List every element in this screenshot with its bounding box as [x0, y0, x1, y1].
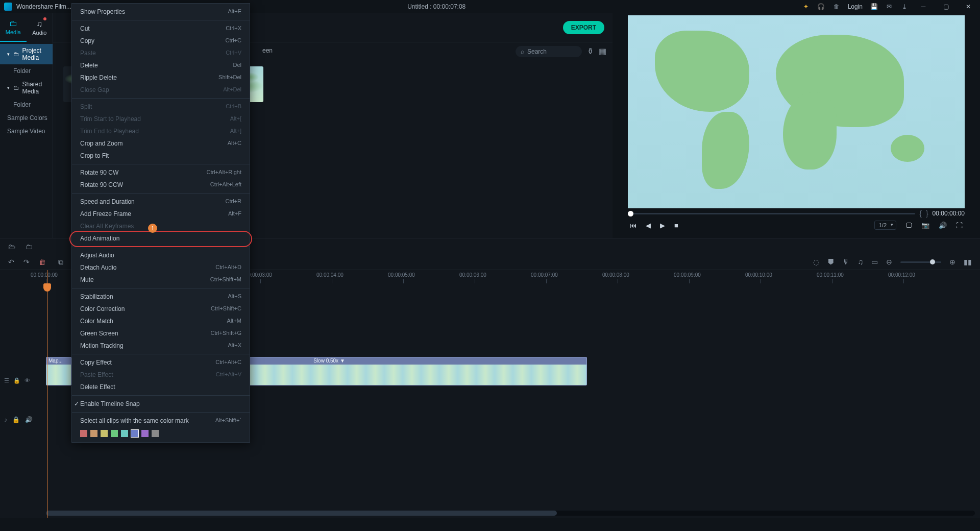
music-icon: ♫ [36, 19, 42, 29]
tree-sample-colors[interactable]: Sample Colors [0, 111, 53, 125]
scrub-handle[interactable] [628, 211, 633, 216]
menu-item[interactable]: Rotate 90 CCWCtrl+Alt+Left [72, 179, 250, 191]
menu-item[interactable]: CutCtrl+X [72, 22, 250, 35]
menu-item[interactable]: Add Animation [72, 232, 250, 245]
zoom-out-icon[interactable]: ⊖ [886, 258, 892, 266]
mail-icon[interactable]: ✉ [885, 3, 893, 11]
lock-icon[interactable]: 🔒 [12, 416, 20, 423]
menu-item[interactable]: Show PropertiesAlt+E [72, 6, 250, 18]
voiceover-icon[interactable]: 🎙 [843, 258, 850, 266]
tree-sample-video[interactable]: Sample Video [0, 125, 53, 138]
menu-item: PasteCtrl+V [72, 47, 250, 59]
tab-media[interactable]: 🗀 Media [0, 13, 27, 42]
menu-item[interactable]: Rotate 90 CWCtrl+Alt+Right [72, 166, 250, 179]
menu-item[interactable]: Color CorrectionCtrl+Shift+C [72, 303, 250, 315]
menu-item[interactable]: Crop and ZoomAlt+C [72, 137, 250, 150]
menu-color-mark-label: Select all clips with the same color mar… [72, 415, 250, 427]
zoom-handle[interactable] [930, 259, 935, 264]
split-icon[interactable]: ⧉ [58, 258, 63, 267]
tree-folder-1[interactable]: Folder [0, 64, 53, 78]
clip-1[interactable]: Map... [46, 357, 71, 385]
mute-icon[interactable]: 🔊 [25, 416, 33, 423]
close-button[interactable]: ✕ [961, 1, 976, 12]
filter-icon[interactable]: ⚱ [587, 46, 594, 56]
step-back-icon[interactable]: ⏮ [630, 222, 636, 229]
color-swatch[interactable] [131, 430, 138, 437]
menu-item[interactable]: Ripple DeleteShift+Del [72, 71, 250, 84]
undo-icon[interactable]: ↶ [8, 258, 14, 266]
zoom-fit-icon[interactable]: ▮▮ [964, 258, 972, 266]
menu-item[interactable]: Adjust Audio [72, 249, 250, 261]
menu-item[interactable]: DeleteDel [72, 59, 250, 71]
brace-open-icon[interactable]: { [919, 209, 922, 218]
picture-icon[interactable]: ▭ [871, 258, 878, 266]
redo-icon[interactable]: ↷ [23, 258, 30, 266]
play-back-icon[interactable]: ◀ [646, 222, 651, 229]
menu-item[interactable]: MuteCtrl+Shift+M [72, 274, 250, 286]
menu-item[interactable]: StabilizationAlt+S [72, 291, 250, 303]
playhead[interactable] [47, 270, 47, 518]
menu-item[interactable]: Color MatchAlt+M [72, 315, 250, 327]
support-icon[interactable]: 🎧 [817, 3, 825, 11]
display-icon[interactable]: 🖵 [905, 222, 912, 229]
visibility-icon[interactable]: 👁 [24, 377, 30, 383]
marker-icon[interactable]: ⛊ [827, 258, 835, 266]
menu-item[interactable]: Speed and DurationCtrl+R [72, 196, 250, 208]
preview-scrubber: { } 00:00:00:00 [628, 208, 965, 219]
menu-item[interactable]: Detach AudioCtrl+Alt+D [72, 261, 250, 274]
menu-item[interactable]: Add Freeze FrameAlt+F [72, 208, 250, 220]
tree-shared-media[interactable]: ▾🗀Shared Media [0, 78, 53, 98]
scrollbar-thumb[interactable] [46, 511, 557, 516]
menu-item[interactable]: Crop to Fit [72, 150, 250, 162]
color-swatch[interactable] [101, 430, 108, 437]
brace-close-icon[interactable]: } [926, 209, 928, 218]
tab-audio[interactable]: ♫ Audio [27, 13, 53, 42]
tree-project-media[interactable]: ▾🗀Project Media [0, 44, 53, 64]
fullscreen-icon[interactable]: ⛶ [956, 222, 963, 229]
color-swatch[interactable] [152, 430, 159, 437]
zoom-slider[interactable] [900, 261, 941, 263]
preview-canvas[interactable] [628, 15, 965, 208]
delete-icon[interactable]: 🗑 [832, 3, 841, 11]
lock-icon[interactable]: 🔒 [13, 377, 20, 384]
menu-item[interactable]: Motion TrackingAlt+X [72, 340, 250, 352]
color-swatch[interactable] [121, 430, 128, 437]
color-swatch[interactable] [141, 430, 149, 437]
audio-mixer-icon[interactable]: ♫ [858, 258, 864, 266]
delete-clip-icon[interactable]: 🗑 [39, 258, 46, 266]
menu-item[interactable]: Green ScreenCtrl+Shift+G [72, 327, 250, 340]
volume-icon[interactable]: 🔊 [939, 222, 947, 229]
menu-item[interactable]: Copy EffectCtrl+Alt+C [72, 356, 250, 369]
tree-folder-2[interactable]: Folder [0, 98, 53, 111]
open-folder-icon[interactable]: 🗁 [8, 243, 15, 251]
music-note-icon[interactable]: ♪ [4, 416, 7, 423]
play-icon[interactable]: ▶ [660, 222, 665, 229]
export-button[interactable]: EXPORT [563, 21, 604, 34]
scrub-track[interactable] [628, 213, 915, 214]
zoom-ratio-select[interactable]: 1/2 [874, 221, 896, 230]
snapshot-icon[interactable]: 📷 [921, 222, 929, 229]
tips-icon[interactable]: ✦ [802, 3, 810, 11]
audio-track-head: ♪ 🔒 🔊 [0, 413, 45, 426]
color-swatch[interactable] [80, 430, 87, 437]
partial-text: een [262, 47, 273, 54]
color-swatch[interactable] [111, 430, 118, 437]
menu-item[interactable]: CopyCtrl+C [72, 35, 250, 47]
login-link[interactable]: Login [848, 3, 863, 10]
download-icon[interactable]: ⤓ [900, 3, 909, 11]
minimize-button[interactable]: ─ [916, 1, 931, 12]
zoom-in-icon[interactable]: ⊕ [949, 258, 955, 266]
track-menu-icon[interactable]: ☰ [4, 377, 9, 384]
color-swatch[interactable] [90, 430, 97, 437]
app-title: Wondershare Film... [16, 3, 71, 10]
menu-item[interactable]: Delete Effect [72, 381, 250, 393]
grid-view-icon[interactable]: ▦ [599, 46, 606, 56]
render-icon[interactable]: ◌ [813, 258, 819, 266]
menu-item[interactable]: ✓Enable Timeline Snap [72, 398, 250, 410]
stop-icon[interactable]: ■ [674, 222, 678, 229]
save-icon[interactable]: 💾 [870, 3, 878, 11]
maximize-button[interactable]: ▢ [938, 1, 953, 12]
search-input[interactable]: ⌕ Search [516, 46, 582, 57]
new-folder-icon[interactable]: 🗀 [26, 243, 33, 251]
timeline-scrollbar[interactable] [46, 511, 975, 516]
